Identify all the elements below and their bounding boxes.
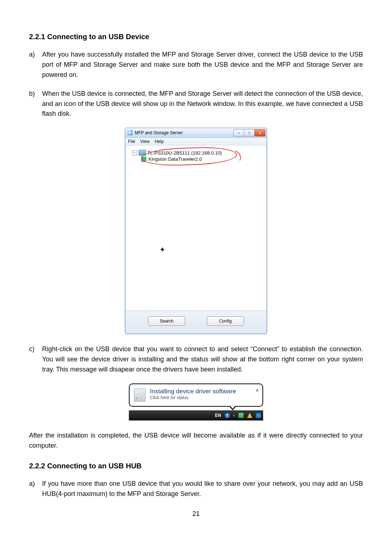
- balloon-close-icon[interactable]: ×: [256, 387, 259, 393]
- tray-language[interactable]: EN: [215, 413, 221, 418]
- list-marker: c): [29, 344, 42, 375]
- minimize-button[interactable]: –: [233, 129, 244, 136]
- menu-file[interactable]: File: [128, 139, 135, 144]
- tray-help-icon[interactable]: ?: [225, 413, 230, 418]
- tray-network-icon[interactable]: [247, 413, 252, 418]
- tray-chevron-icon[interactable]: ‹: [233, 413, 235, 418]
- after-install-text: After the installation is completed, the…: [29, 431, 363, 451]
- close-button[interactable]: x: [254, 129, 265, 136]
- notification-balloon[interactable]: Installing device driver software Click …: [129, 383, 263, 407]
- list-marker: a): [29, 50, 42, 80]
- page-number: 21: [29, 510, 363, 518]
- tray-safely-remove-icon[interactable]: [256, 413, 261, 418]
- tree-expander[interactable]: −: [132, 151, 137, 155]
- section-heading-222: 2.2.2 Connecting to an USB HUB: [29, 462, 363, 470]
- list-marker: a): [29, 479, 42, 499]
- list-marker: b): [29, 89, 42, 119]
- menubar: File View Help: [125, 138, 267, 145]
- menu-help[interactable]: Help: [155, 139, 164, 144]
- notification-figure: Installing device driver software Click …: [29, 383, 363, 420]
- tray-action-center-icon[interactable]: [238, 413, 244, 418]
- section-heading-221: 2.2.1 Connecting to an USB Device: [29, 33, 363, 41]
- maximize-button[interactable]: □: [244, 129, 255, 136]
- system-tray: EN ? ‹: [129, 410, 263, 420]
- device-install-icon: [134, 389, 146, 402]
- app-icon: [127, 130, 132, 135]
- balloon-subtext: Click here for status.: [150, 395, 257, 400]
- config-button[interactable]: Config: [207, 316, 244, 326]
- app-window: MFP and Storage Server – □ x File View H…: [125, 128, 267, 334]
- menu-view[interactable]: View: [140, 139, 150, 144]
- balloon-tail: [229, 406, 236, 410]
- cursor-icon: ✦: [159, 245, 166, 254]
- list-item-text: After you have successfully installed th…: [42, 50, 363, 80]
- titlebar[interactable]: MFP and Storage Server – □ x: [125, 128, 267, 138]
- search-button[interactable]: Search: [148, 316, 185, 326]
- device-tree: − TL-PS310U-2B5111 (192.168.0.10) Kingst…: [125, 145, 267, 310]
- list-item-text: When the USB device is connected, the MF…: [42, 89, 363, 119]
- window-title: MFP and Storage Server: [135, 130, 234, 135]
- list-item-text: If you have more than one USB device tha…: [42, 479, 363, 499]
- highlight-ellipse: [141, 146, 237, 167]
- list-item-text: Right-click on the USB device that you w…: [42, 344, 363, 375]
- mfp-window-figure: MFP and Storage Server – □ x File View H…: [29, 128, 363, 334]
- balloon-title: Installing device driver software: [150, 388, 257, 395]
